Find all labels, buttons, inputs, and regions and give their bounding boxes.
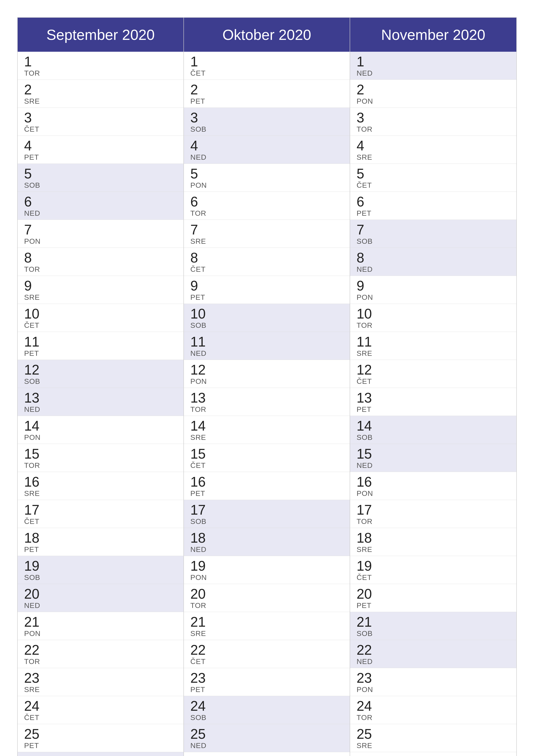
day-row: 24ČET <box>18 696 184 724</box>
day-row: 10ČET <box>18 304 184 332</box>
day-name: PET <box>357 601 510 610</box>
day-row: 25NED <box>184 724 350 752</box>
day-name: TOR <box>191 405 343 414</box>
day-name: SOB <box>24 377 177 386</box>
day-name: ČET <box>357 573 510 582</box>
day-number: 14 <box>24 419 177 433</box>
day-row: 8TOR <box>18 248 184 276</box>
day-number: 4 <box>24 139 177 152</box>
day-name: PON <box>357 293 510 302</box>
day-number: 21 <box>191 615 343 629</box>
day-number: 7 <box>191 223 343 237</box>
november-header: November 2020 <box>350 18 516 52</box>
day-number: 11 <box>191 335 343 349</box>
day-name: SOB <box>24 181 177 189</box>
day-row: 22TOR <box>18 640 184 668</box>
day-number: 1 <box>191 55 343 68</box>
day-number: 10 <box>24 307 177 321</box>
day-number: 4 <box>191 139 343 152</box>
day-row: 21SRE <box>184 612 350 640</box>
day-number: 14 <box>191 419 343 433</box>
day-row: 15TOR <box>18 444 184 472</box>
day-number: 7 <box>24 223 177 237</box>
day-row: 18SRE <box>350 528 516 556</box>
day-name: PON <box>357 489 510 498</box>
day-name: NED <box>24 209 177 217</box>
day-name: ČET <box>357 377 510 386</box>
day-number: 9 <box>191 279 343 293</box>
day-row: 4PET <box>18 136 184 164</box>
day-number: 17 <box>191 503 343 517</box>
day-row: 7PON <box>18 220 184 248</box>
day-row: 17SOB <box>184 500 350 528</box>
day-name: SOB <box>191 321 343 330</box>
day-name: NED <box>191 349 343 358</box>
day-name: PON <box>24 433 177 442</box>
day-number: 2 <box>24 83 177 96</box>
day-number: 7 <box>357 223 510 237</box>
day-number: 9 <box>357 279 510 293</box>
day-number: 3 <box>191 111 343 124</box>
month-col-0: 1TOR2SRE3ČET4PET5SOB6NED7PON8TOR9SRE10ČE… <box>18 52 184 756</box>
day-name: ČET <box>191 69 343 77</box>
day-row: 26ČET <box>350 752 516 756</box>
day-number: 6 <box>191 195 343 209</box>
day-name: PON <box>191 181 343 189</box>
day-number: 16 <box>357 475 510 489</box>
day-row: 12PON <box>184 360 350 388</box>
day-number: 8 <box>24 251 177 265</box>
day-number: 26 <box>191 755 343 756</box>
day-name: SRE <box>24 293 177 302</box>
day-row: 11SRE <box>350 332 516 360</box>
day-number: 23 <box>191 671 343 685</box>
day-row: 10TOR <box>350 304 516 332</box>
day-row: 13NED <box>18 388 184 416</box>
month-col-2: 1NED2PON3TOR4SRE5ČET6PET7SOB8NED9PON10TO… <box>350 52 516 756</box>
day-name: SRE <box>357 741 510 750</box>
day-row: 13TOR <box>184 388 350 416</box>
day-row: 22NED <box>350 640 516 668</box>
day-name: SOB <box>191 517 343 526</box>
day-number: 4 <box>357 139 510 152</box>
day-number: 20 <box>357 587 510 601</box>
day-name: SOB <box>357 629 510 638</box>
day-row: 7SOB <box>350 220 516 248</box>
day-name: ČET <box>24 517 177 526</box>
day-row: 16SRE <box>18 472 184 500</box>
day-name: PET <box>191 489 343 498</box>
day-row: 18PET <box>18 528 184 556</box>
day-name: TOR <box>357 713 510 722</box>
day-name: TOR <box>24 265 177 274</box>
day-name: SOB <box>191 125 343 133</box>
day-number: 18 <box>357 531 510 545</box>
day-row: 20PET <box>350 584 516 612</box>
day-row: 24TOR <box>350 696 516 724</box>
day-row: 1TOR <box>18 52 184 80</box>
day-name: PON <box>24 629 177 638</box>
day-row: 8NED <box>350 248 516 276</box>
day-number: 1 <box>24 55 177 68</box>
day-number: 24 <box>24 699 177 713</box>
day-number: 12 <box>191 363 343 377</box>
day-name: TOR <box>24 657 177 666</box>
day-number: 19 <box>24 559 177 573</box>
day-number: 22 <box>24 643 177 657</box>
month-headers: September 2020 Oktober 2020 November 202… <box>18 18 516 52</box>
september-header: September 2020 <box>18 18 184 52</box>
day-name: ČET <box>24 321 177 330</box>
day-number: 22 <box>191 643 343 657</box>
day-number: 1 <box>357 55 510 68</box>
day-name: NED <box>191 153 343 161</box>
day-name: ČET <box>191 657 343 666</box>
day-number: 21 <box>24 615 177 629</box>
day-number: 25 <box>191 727 343 741</box>
day-name: PET <box>191 293 343 302</box>
day-number: 8 <box>357 251 510 265</box>
day-row: 25SRE <box>350 724 516 752</box>
day-name: ČET <box>191 461 343 470</box>
day-row: 2PET <box>184 80 350 108</box>
day-row: 5SOB <box>18 164 184 192</box>
day-number: 25 <box>24 727 177 741</box>
day-name: ČET <box>357 181 510 189</box>
day-number: 8 <box>191 251 343 265</box>
